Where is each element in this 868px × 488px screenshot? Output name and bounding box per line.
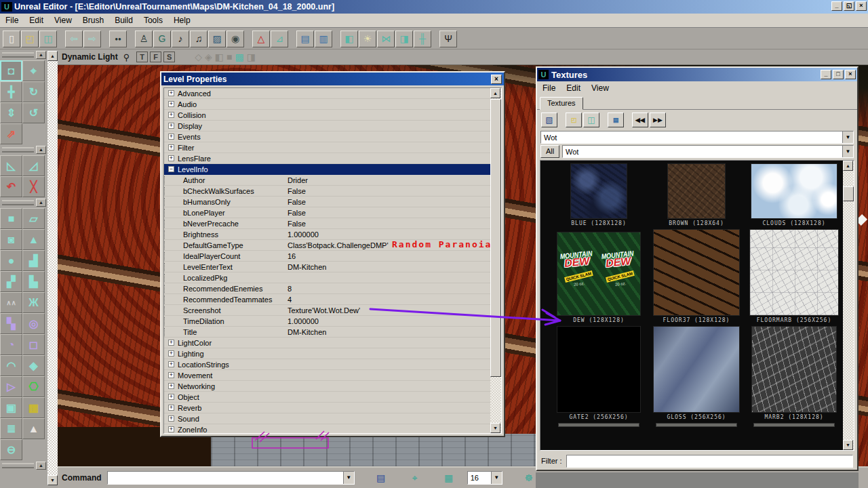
grid-toggle-icon[interactable]: ▦ bbox=[441, 471, 456, 485]
menu-file[interactable]: File bbox=[0, 14, 24, 26]
expand-box-icon[interactable]: + bbox=[168, 155, 174, 161]
play-level-button[interactable]: Ψ bbox=[439, 30, 457, 47]
property-value[interactable]: DM-Kitchen bbox=[288, 328, 490, 336]
menu-build[interactable]: Build bbox=[109, 14, 138, 26]
tree-item-zoneinfo[interactable]: +ZoneInfo bbox=[164, 424, 490, 434]
open-map-button[interactable]: ◰ bbox=[21, 30, 39, 47]
brush-polyhedron-button[interactable]: ⎔ bbox=[22, 376, 45, 397]
texture-thumbnail-blue[interactable] bbox=[570, 163, 627, 219]
clip-delete-button[interactable]: ╳ bbox=[22, 176, 45, 197]
minimize-icon[interactable]: _ bbox=[821, 70, 831, 79]
brush-loft-button[interactable]: ▷ bbox=[0, 376, 22, 397]
texture-scroll-thumb[interactable] bbox=[843, 186, 854, 201]
clip-flip-button[interactable]: ↶ bbox=[0, 176, 22, 197]
scale-brush-button[interactable]: ⇕ bbox=[0, 102, 22, 123]
expand-box-icon[interactable]: + bbox=[168, 394, 174, 400]
save-map-button[interactable]: ◫ bbox=[39, 30, 57, 47]
expand-box-icon[interactable]: + bbox=[168, 372, 174, 378]
property-row[interactable]: TitleDM-Kitchen bbox=[164, 327, 490, 338]
close-icon[interactable]: × bbox=[491, 75, 502, 84]
expand-box-icon[interactable]: + bbox=[168, 134, 174, 140]
build-geometry-button[interactable]: △ bbox=[252, 30, 270, 47]
view-s-button[interactable]: S bbox=[163, 52, 175, 62]
tree-item-locationstrings[interactable]: +LocationStrings bbox=[164, 359, 490, 370]
menu-help[interactable]: Help bbox=[168, 14, 196, 26]
property-value[interactable]: 16 bbox=[288, 252, 490, 260]
texture-scroll-down-icon[interactable]: ▼ bbox=[843, 440, 853, 450]
dock-browser-button[interactable]: ▧ bbox=[541, 113, 557, 127]
property-value[interactable]: 1.000000 bbox=[288, 317, 490, 325]
brush-wedge-button[interactable]: ◔ bbox=[0, 334, 22, 355]
property-row[interactable]: LocalizedPkg bbox=[164, 272, 490, 283]
property-scroll-up-icon[interactable]: ▲ bbox=[490, 88, 500, 98]
texture-tile-gloss[interactable]: GLOSS (256X256) bbox=[648, 326, 745, 423]
sound-browser-button[interactable]: ♫ bbox=[190, 30, 208, 47]
actor-properties-button[interactable]: ▥ bbox=[315, 30, 332, 47]
tree-item-events[interactable]: +Events bbox=[164, 131, 490, 142]
brush-curved-stairs-button[interactable]: ▙ bbox=[22, 271, 45, 292]
texture-tile-floormarb[interactable]: FLOORMARB (256X256) bbox=[745, 229, 843, 326]
texture-thumbnail-dew[interactable]: MOUNTAINDEWQUICK SLAM20 oz.MOUNTAINDEWQU… bbox=[557, 232, 641, 316]
brush-spiral-stairs-button[interactable]: ▞ bbox=[0, 271, 22, 292]
grip-handle[interactable] bbox=[2, 463, 34, 468]
brush-tessellated-sheet-button[interactable]: ▦ bbox=[22, 397, 45, 418]
chevron-down-icon[interactable]: ▼ bbox=[343, 472, 354, 484]
group-browser-button[interactable]: G bbox=[153, 30, 171, 47]
texture-tile-floor37[interactable]: FLOOR37 (128X128) bbox=[648, 229, 745, 326]
property-row[interactable]: LevelEnterTextDM-Kitchen bbox=[164, 262, 490, 272]
rotation-grid-icon[interactable]: ☸ bbox=[521, 471, 536, 485]
texture-browser-button[interactable]: ▨ bbox=[208, 30, 226, 47]
property-scroll-thumb[interactable] bbox=[490, 99, 501, 377]
actor-snap-icon[interactable]: ⌖ bbox=[408, 471, 422, 485]
save-package-button[interactable]: ◫ bbox=[583, 113, 599, 127]
previous-group-button[interactable]: ◀◀ bbox=[632, 113, 648, 127]
rotate-brush-button[interactable]: ↻ bbox=[22, 81, 45, 102]
brush-curved-sheet-button[interactable]: ◠ bbox=[0, 355, 22, 376]
chevron-down-icon[interactable]: ▼ bbox=[842, 131, 853, 143]
collapse-box-icon[interactable]: − bbox=[168, 166, 174, 172]
tree-item-object[interactable]: +Object bbox=[164, 392, 490, 403]
tab-textures[interactable]: Textures bbox=[540, 97, 583, 110]
shear-brush-button[interactable]: ⇗ bbox=[0, 123, 22, 144]
property-row[interactable]: ScreenshotTexture'Wot.Wot.Dew' bbox=[164, 305, 490, 316]
clip-mark-button[interactable]: ◿ bbox=[22, 155, 45, 176]
collapse-arrow-icon[interactable]: ▲ bbox=[36, 462, 46, 470]
tree-item-lighting[interactable]: +Lighting bbox=[164, 348, 490, 359]
property-value[interactable]: False bbox=[288, 187, 490, 195]
texture-tile-marb2[interactable]: MARB2 (128X128) bbox=[745, 326, 843, 423]
sidebar-scroll-down-icon[interactable]: ▼ bbox=[47, 475, 58, 485]
tree-item-display[interactable]: +Display bbox=[164, 121, 490, 131]
texture-tile-clouds[interactable]: CLOUDS (128X128) bbox=[745, 163, 843, 229]
tree-item-advanced[interactable]: +Advanced bbox=[164, 88, 490, 99]
texture-scroll-up-icon[interactable]: ▲ bbox=[843, 161, 853, 171]
brush-volcano-button[interactable]: ▲ bbox=[22, 418, 45, 439]
maximize-icon[interactable]: □ bbox=[833, 70, 844, 79]
property-value[interactable]: Texture'Wot.Wot.Dew' bbox=[288, 306, 490, 314]
sidebar-scroll-up-icon[interactable]: ▲ bbox=[47, 51, 58, 61]
property-row[interactable]: bCheckWalkSurfacesFalse bbox=[164, 186, 490, 197]
brush-cylinder-button[interactable]: ◙ bbox=[0, 229, 22, 250]
mode-light-button[interactable]: ☀ bbox=[359, 30, 376, 47]
restore-icon[interactable]: ◱ bbox=[844, 1, 854, 11]
brush-open-cube-button[interactable]: ◻ bbox=[22, 334, 45, 355]
expand-box-icon[interactable]: + bbox=[168, 415, 174, 422]
chevron-down-icon[interactable]: ▼ bbox=[491, 472, 502, 484]
texture-tile-blue[interactable]: BLUE (128X128) bbox=[550, 163, 648, 229]
chevron-down-icon[interactable]: ▼ bbox=[842, 146, 853, 157]
redo-button[interactable]: ⇨ bbox=[83, 30, 101, 47]
brush-multi-surface-button[interactable]: ◈ bbox=[22, 355, 45, 376]
expand-box-icon[interactable]: + bbox=[168, 112, 174, 118]
brush-ellipsoid-button[interactable]: ⊖ bbox=[0, 439, 22, 460]
expand-box-icon[interactable]: + bbox=[168, 340, 174, 346]
view-lit-icon[interactable]: ◨ bbox=[247, 52, 256, 62]
texture-browser-title-bar[interactable]: U Textures _□× bbox=[537, 68, 857, 81]
tree-item-lightcolor[interactable]: +LightColor bbox=[164, 338, 490, 348]
camera-mode-button[interactable]: ◘ bbox=[0, 60, 22, 81]
property-row[interactable]: TimeDilation1.000000 bbox=[164, 316, 490, 327]
view-f-button[interactable]: F bbox=[150, 52, 161, 62]
property-value[interactable]: 4 bbox=[288, 296, 490, 304]
close-icon[interactable]: × bbox=[845, 70, 856, 79]
music-browser-button[interactable]: ♪ bbox=[172, 30, 189, 47]
command-input[interactable]: ▼ bbox=[107, 471, 355, 485]
property-value[interactable]: Drider bbox=[288, 176, 490, 184]
